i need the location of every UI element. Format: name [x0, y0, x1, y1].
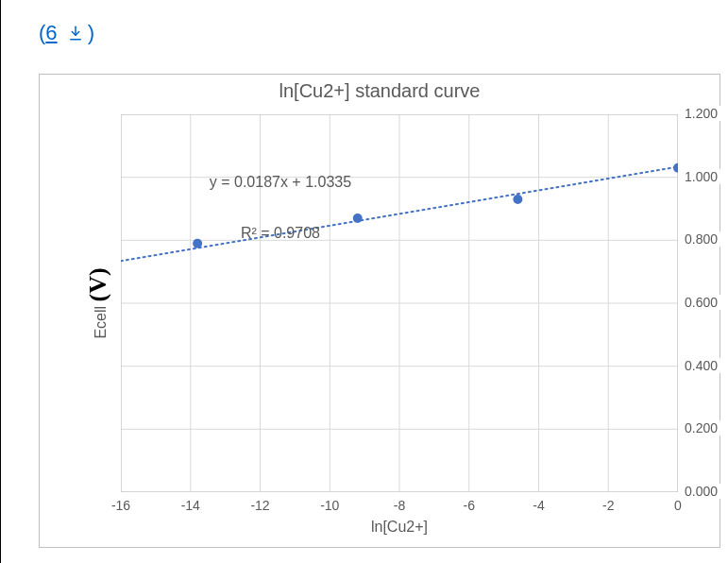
x-tick-label: -12: [250, 498, 269, 513]
y-axis-label: Ecell (V): [84, 267, 112, 338]
y-tick-label: 1.000: [682, 169, 720, 184]
paren-close: ): [88, 21, 94, 44]
y-tick-label: 0.400: [682, 358, 720, 373]
x-tick-label: -10: [320, 498, 339, 513]
x-tick-label: 0: [674, 498, 682, 513]
plot-svg: [121, 114, 678, 492]
svg-point-19: [353, 213, 363, 223]
x-tick-label: -2: [602, 498, 614, 513]
x-axis-label: ln[Cu2+]: [121, 519, 678, 536]
y-tick-label: 0.800: [682, 231, 720, 247]
y-axis-label-group: Ecell (V): [49, 114, 106, 492]
y-tick-label: 1.200: [682, 106, 720, 121]
x-tick-label: -6: [464, 498, 475, 513]
download-icon[interactable]: [67, 23, 84, 40]
svg-point-20: [513, 195, 522, 204]
svg-point-18: [193, 239, 202, 248]
trendline-equation: y = 0.0187x + 1.0335 R² = 0.9708: [210, 140, 351, 276]
x-tick-label: -4: [533, 498, 544, 513]
y-axis-label-unit: (V): [84, 267, 111, 301]
x-tick-label: -14: [181, 498, 200, 513]
ref-link-6[interactable]: 6: [45, 21, 57, 44]
r-squared-line: R² = 0.9708: [210, 225, 351, 242]
header-link-group: (6 ): [39, 21, 94, 45]
y-axis-label-main: Ecell: [93, 306, 109, 339]
x-tick-label: -16: [111, 498, 130, 513]
chart-title: ln[Cu2+] standard curve: [40, 80, 720, 102]
y-tick-label: 0.000: [682, 484, 720, 499]
x-tick-label: -8: [394, 498, 405, 513]
y-tick-label: 0.200: [682, 420, 720, 435]
plot-area: y = 0.0187x + 1.0335 R² = 0.9708: [121, 114, 678, 492]
y-tick-label: 0.600: [682, 295, 720, 310]
chart-container: ln[Cu2+] standard curve Ecell (V) y = 0.…: [39, 74, 720, 548]
equation-line: y = 0.0187x + 1.0335: [210, 174, 351, 191]
svg-point-21: [673, 163, 678, 173]
